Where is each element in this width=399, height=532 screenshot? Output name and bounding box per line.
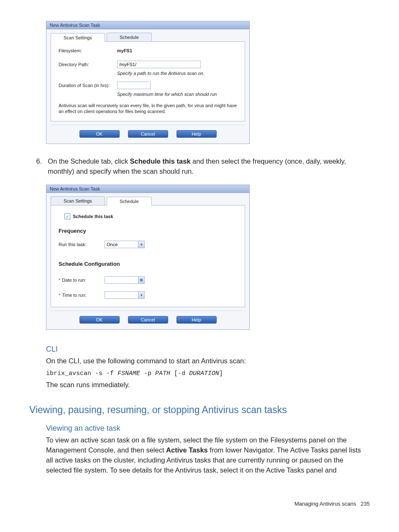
tab-body-scan-settings: Filesystem: myFS1 Directory Path: Specif… <box>51 41 245 121</box>
tab-body-schedule: ✓ Schedule this task Frequency Run this … <box>51 205 245 307</box>
page-footer: Managing Antivirus scans 235 <box>29 501 370 507</box>
time-to-run-label: *Time to run: <box>59 293 105 298</box>
ok-button[interactable]: OK <box>79 316 120 324</box>
run-this-task-value[interactable] <box>105 241 138 248</box>
chevron-down-icon[interactable]: ▾ <box>138 291 145 299</box>
step-text: On the Schedule tab, click Schedule this… <box>48 157 370 177</box>
help-button[interactable]: Help <box>176 130 217 138</box>
directory-path-input[interactable] <box>117 61 201 68</box>
duration-input[interactable] <box>117 82 151 89</box>
tabs: Scan Settings Schedule <box>46 29 249 41</box>
tab-schedule[interactable]: Schedule <box>107 197 152 206</box>
dialog-title: New Antivirus Scan Task <box>46 185 249 193</box>
viewing-h2: Viewing, pausing, resuming, or stopping … <box>29 404 370 416</box>
time-to-run-select[interactable]: ▾ <box>105 291 145 299</box>
dialog-button-bar: OK Cancel Help <box>46 125 249 144</box>
duration-hint: Specify maximum time for which scan shou… <box>117 92 237 97</box>
dialog-title: New Antivirus Scan Task <box>46 21 249 29</box>
cancel-button[interactable]: Cancel <box>128 130 168 138</box>
tabs: Scan Settings Schedule <box>46 193 249 205</box>
step-6: 6. On the Schedule tab, click Schedule t… <box>29 157 370 177</box>
run-this-task-label: Run this task: <box>59 242 105 247</box>
step-text-a: On the Schedule tab, click <box>48 157 130 165</box>
schedule-this-task-checkbox[interactable]: ✓ <box>64 213 70 219</box>
tab-scan-settings[interactable]: Scan Settings <box>51 33 105 42</box>
run-this-task-select[interactable]: ▾ <box>105 241 145 248</box>
cli-outro: The scan runs immediately. <box>46 380 370 390</box>
tab-schedule[interactable]: Schedule <box>107 33 152 41</box>
schedule-configuration-heading: Schedule Configuration <box>59 261 237 267</box>
dialog-button-bar: OK Cancel Help <box>46 311 249 329</box>
scan-note: Antivirus scan will recursively scan eve… <box>59 103 237 115</box>
viewing-h3: Viewing an active task <box>46 424 370 433</box>
directory-path-hint: Specify a path to run the Antivirus scan… <box>117 71 237 76</box>
filesystem-label: Filesystem: <box>59 48 117 53</box>
frequency-heading: Frequency <box>59 228 237 234</box>
required-marker: * <box>59 293 60 298</box>
cli-intro: On the CLI, use the following command to… <box>46 356 370 366</box>
cli-heading: CLI <box>46 345 370 354</box>
required-marker: * <box>59 278 60 283</box>
directory-path-label: Directory Path: <box>59 62 117 67</box>
schedule-this-task-label: Schedule this task <box>73 214 113 219</box>
chevron-down-icon[interactable]: ▾ <box>138 241 145 248</box>
step-number: 6. <box>29 157 48 177</box>
dialog-new-antivirus-scan-task-settings: New Antivirus Scan Task Scan Settings Sc… <box>46 21 250 144</box>
date-to-run-input[interactable]: ▦ <box>105 276 145 284</box>
tab-scan-settings[interactable]: Scan Settings <box>51 196 105 205</box>
cli-command: ibrix_avscan -s -f FSNAME -p PATH [-d DU… <box>46 368 370 378</box>
calendar-icon[interactable]: ▦ <box>138 276 145 284</box>
date-to-run-label: *Date to run: <box>59 278 105 283</box>
cancel-button[interactable]: Cancel <box>128 316 168 324</box>
dialog-new-antivirus-scan-task-schedule: New Antivirus Scan Task Scan Settings Sc… <box>46 185 250 330</box>
filesystem-value: myFS1 <box>117 48 132 53</box>
step-text-bold: Schedule this task <box>130 157 191 165</box>
duration-label: Duration of Scan (in hrs): <box>59 83 117 88</box>
help-button[interactable]: Help <box>176 316 217 324</box>
ok-button[interactable]: OK <box>79 130 120 138</box>
viewing-paragraph: To view an active scan task on a file sy… <box>46 435 370 475</box>
